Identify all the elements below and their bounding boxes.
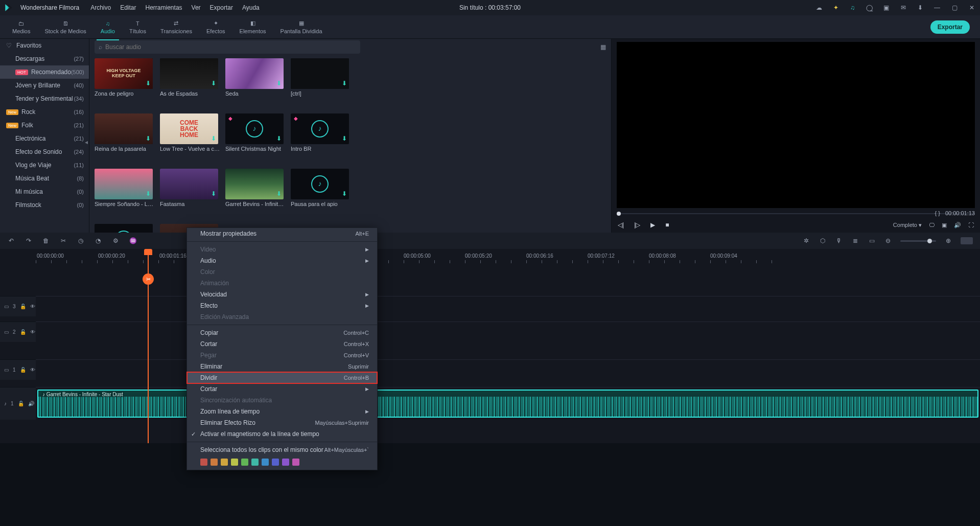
volume-icon[interactable]: 🔊 xyxy=(954,222,961,228)
download-icon[interactable]: ⬇ xyxy=(211,190,216,197)
download-icon[interactable]: ⬇ xyxy=(342,190,347,197)
download-icon[interactable]: ⬇ xyxy=(342,80,347,87)
download-icon[interactable]: ⬇ xyxy=(146,135,151,142)
visibility-icon[interactable]: 👁 xyxy=(30,367,35,373)
download-icon[interactable]: ⬇ xyxy=(211,80,216,87)
timeline-ruler[interactable]: 00:00:00:0000:00:00:2000:00:01:1600:00:0… xyxy=(0,249,980,264)
delete-icon[interactable]: 🗑 xyxy=(42,237,50,244)
minimize-button[interactable]: — xyxy=(933,4,941,12)
headphones-icon[interactable]: ♫ xyxy=(849,4,856,12)
color-swatch[interactable] xyxy=(200,459,207,466)
download-icon[interactable]: ⬇ xyxy=(276,135,282,142)
quality-select[interactable]: Completo ▾ xyxy=(893,222,922,228)
sidebar-item[interactable]: Filmstock(0) xyxy=(0,198,89,212)
sidebar-item[interactable]: Mi música(0) xyxy=(0,185,89,198)
audio-card[interactable]: COMEBACKHOME⬇Low Tree - Vuelve a casa xyxy=(160,113,221,164)
sidebar-item[interactable]: HOTRecomendado(500) xyxy=(0,65,89,79)
visibility-icon[interactable]: 👁 xyxy=(30,329,35,335)
download-icon[interactable]: ⬇ xyxy=(342,135,347,142)
context-item[interactable]: Eliminar Efecto RizoMayúsculas+Suprimir xyxy=(187,417,377,428)
visibility-icon[interactable]: 👁 xyxy=(30,304,35,309)
context-item[interactable]: CopiarControl+C xyxy=(187,327,377,338)
track-body[interactable]: ♪ Garret Bevins - Infinite - Star Dust xyxy=(36,387,980,420)
audio-card[interactable]: ⬇Reina de la pasarela xyxy=(95,113,156,164)
audio-card[interactable]: ◆⬇Intro BR xyxy=(291,113,352,164)
download-icon[interactable]: ⬇ xyxy=(211,135,216,142)
menu-archivo[interactable]: Archivo xyxy=(90,4,111,11)
sidebar-item[interactable]: Jóven y Brillante(40) xyxy=(0,79,89,92)
context-item[interactable]: Efecto▶ xyxy=(187,300,377,311)
monitor-icon[interactable]: 🖵 xyxy=(929,222,935,228)
fullscreen-icon[interactable]: ⛶ xyxy=(968,222,974,228)
tab-transiciones[interactable]: ⇄Transiciones xyxy=(153,17,199,36)
tab-pantalla-dividida[interactable]: ▦Pantalla Dividida xyxy=(273,17,330,36)
audio-card[interactable]: ◆⬇Silent Christmas Night xyxy=(225,113,287,164)
mixer-icon[interactable]: ≣ xyxy=(851,237,859,244)
preview-scrubber[interactable]: { } 00:00:01:13 xyxy=(617,210,975,217)
color-swatch[interactable] xyxy=(292,459,299,466)
tab-elementos[interactable]: ◧Elementos xyxy=(232,17,273,36)
grid-view-icon[interactable]: ▦ xyxy=(600,43,606,51)
search-box[interactable]: ⌕ xyxy=(95,40,360,54)
timeline-scroll-thumb[interactable] xyxy=(961,237,973,244)
snapshot-icon[interactable]: ▣ xyxy=(942,222,947,228)
menu-editar[interactable]: Editar xyxy=(120,4,136,11)
context-item[interactable]: Audio▶ xyxy=(187,255,377,266)
context-item[interactable]: EliminarSuprimir xyxy=(187,361,377,372)
user-icon[interactable]: ◯̲ xyxy=(866,4,873,12)
zoom-out-icon[interactable]: ⊖ xyxy=(884,237,892,244)
maximize-button[interactable]: ▢ xyxy=(950,4,959,12)
color-swatch[interactable] xyxy=(221,459,228,466)
color-swatch[interactable] xyxy=(262,459,269,466)
tab-audio[interactable]: ♫Audio xyxy=(94,17,122,36)
menu-ver[interactable]: Ver xyxy=(192,4,201,11)
context-item[interactable]: CortarControl+X xyxy=(187,338,377,350)
color-swatch[interactable] xyxy=(231,459,238,466)
cut-icon[interactable]: ✂ xyxy=(59,237,67,244)
lock-icon[interactable]: 🔓 xyxy=(18,401,24,406)
context-item[interactable]: ✓Activar el magnetismo de la línea de ti… xyxy=(187,428,377,440)
speed-icon[interactable]: ◷ xyxy=(77,237,85,244)
scrub-knob[interactable] xyxy=(617,212,621,216)
sidebar-item[interactable]: Efecto de Sonido(24) xyxy=(0,145,89,158)
audio-card[interactable]: ⬇Disparo láser xyxy=(95,224,156,233)
sidebar-item[interactable]: Tender y Sentimental(34) xyxy=(0,92,89,105)
download-icon[interactable]: ⬇ xyxy=(146,190,151,197)
prev-frame-button[interactable]: ◁| xyxy=(618,221,624,228)
sidebar-item[interactable]: NewFolk(21) xyxy=(0,119,89,132)
download-icon[interactable]: ⬇ xyxy=(146,80,151,87)
track-head[interactable]: ▭ 3 🔓 👁 xyxy=(0,296,36,316)
play-button[interactable]: ▶ xyxy=(650,221,655,228)
bulb-icon[interactable]: ✦ xyxy=(832,4,839,12)
close-button[interactable]: ✕ xyxy=(968,4,976,12)
track-head[interactable]: ▭ 2 🔓 👁 xyxy=(0,322,36,342)
color-swatch[interactable] xyxy=(211,459,218,466)
color-swatch[interactable] xyxy=(272,459,279,466)
audio-card[interactable]: ⬇Garret Bevins - Infinite -... xyxy=(225,169,287,219)
zoom-slider[interactable] xyxy=(900,240,936,242)
context-item[interactable]: Mostrar propiedadesAlt+E xyxy=(187,228,377,239)
track-head[interactable]: ♪ 1 🔓 🔊 xyxy=(0,387,36,420)
audio-edit-icon[interactable]: ♒ xyxy=(129,237,137,244)
tab-titulos[interactable]: TTítulos xyxy=(122,17,153,36)
context-item[interactable]: DividirControl+B xyxy=(187,372,377,383)
split-icon[interactable]: ✂ xyxy=(143,273,154,285)
audio-card[interactable]: ⬇Pausa para el apio xyxy=(291,169,352,219)
track-body[interactable] xyxy=(36,359,980,380)
export-button[interactable]: Exportar xyxy=(930,20,970,34)
menu-ayuda[interactable]: Ayuda xyxy=(242,4,260,11)
sidebar-item[interactable]: Electrónica(21) xyxy=(0,132,89,145)
sidebar-item[interactable]: Descargas(27) xyxy=(0,52,89,65)
audio-card[interactable]: ⬇Fastasma xyxy=(160,169,221,219)
search-input[interactable] xyxy=(105,43,356,51)
sidebar-item[interactable]: ♡Favoritos xyxy=(0,39,89,52)
cloud-icon[interactable]: ☁ xyxy=(815,4,823,12)
context-item[interactable]: Velocidad▶ xyxy=(187,289,377,300)
track-body[interactable] xyxy=(36,322,980,342)
sidebar-item[interactable]: NewRock(16) xyxy=(0,105,89,119)
track-head[interactable]: ▭ 1 🔓 👁 xyxy=(0,359,36,380)
mail-icon[interactable]: ✉ xyxy=(899,4,907,12)
marker-settings-icon[interactable]: ✲ xyxy=(802,237,810,244)
menu-exportar[interactable]: Exportar xyxy=(210,4,233,11)
color-swatch[interactable] xyxy=(241,459,248,466)
